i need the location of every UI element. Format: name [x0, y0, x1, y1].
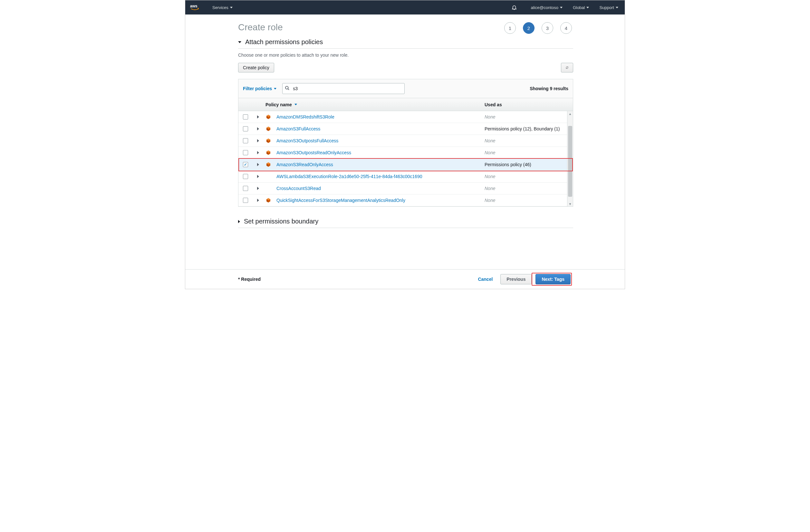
attach-subhead: Choose one or more policies to attach to…	[238, 52, 573, 57]
policy-row: AmazonDMSRedshiftS3RoleNone	[239, 111, 573, 123]
used-as-cell: None	[483, 150, 573, 155]
policy-row: AmazonS3FullAccessPermissions policy (12…	[239, 123, 573, 135]
wizard-step-4[interactable]: 4	[560, 22, 572, 34]
policy-name-link[interactable]: AmazonS3FullAccess	[276, 126, 320, 131]
policy-row: CrossAccountS3ReadNone	[239, 183, 573, 195]
policy-row: AmazonS3OutpostsReadOnlyAccessNone	[239, 147, 573, 159]
region-menu[interactable]: Global	[571, 5, 591, 10]
next-tags-button[interactable]: Next: Tags	[535, 274, 571, 284]
boundary-heading-text: Set permissions boundary	[244, 218, 318, 225]
policy-checkbox[interactable]	[243, 186, 248, 191]
policy-row: AmazonS3OutpostsFullAccessNone	[239, 135, 573, 147]
policy-checkbox[interactable]	[243, 138, 248, 143]
expand-row-icon[interactable]	[257, 115, 259, 118]
policy-row: AWSLambdaS3ExecutionRole-2a1d6e50-25f5-4…	[239, 171, 573, 183]
managed-policy-icon	[265, 126, 271, 132]
used-as-cell: None	[483, 138, 573, 143]
policy-table-body: AmazonDMSRedshiftS3RoleNoneAmazonS3FullA…	[239, 111, 573, 206]
aws-logo[interactable]: aws	[190, 3, 203, 11]
caret-down-icon	[616, 7, 618, 9]
policy-panel: Filter policies Showing 9 results	[238, 79, 573, 207]
wizard-step-3[interactable]: 3	[541, 22, 553, 34]
expand-row-icon[interactable]	[257, 139, 259, 142]
expand-row-icon[interactable]	[257, 163, 259, 166]
refresh-button[interactable]	[561, 63, 573, 72]
used-as-cell: None	[483, 198, 573, 203]
services-label: Services	[212, 5, 228, 10]
svg-point-1	[286, 86, 288, 89]
managed-policy-icon	[265, 150, 271, 155]
scroll-thumb[interactable]	[568, 126, 572, 197]
wizard-steps: 1234	[504, 22, 572, 34]
account-label: alice@contoso	[531, 5, 558, 10]
policy-checkbox[interactable]	[243, 174, 248, 179]
column-policy-name[interactable]: Policy name	[263, 102, 483, 107]
policy-checkbox[interactable]	[243, 126, 248, 131]
expand-row-icon[interactable]	[257, 175, 259, 178]
account-menu[interactable]: alice@contoso	[529, 5, 564, 10]
managed-policy-icon	[265, 197, 271, 203]
policy-row: AmazonS3ReadOnlyAccessPermissions policy…	[239, 159, 573, 171]
managed-policy-icon	[265, 114, 271, 120]
services-menu[interactable]: Services	[210, 5, 234, 10]
expand-row-icon[interactable]	[257, 187, 259, 190]
policy-checkbox[interactable]	[243, 150, 248, 155]
attach-permissions-heading[interactable]: Attach permissions policies	[238, 38, 573, 49]
caret-down-icon	[586, 7, 589, 9]
used-as-cell: None	[483, 114, 573, 119]
managed-policy-icon	[265, 162, 271, 167]
caret-down-icon	[560, 7, 563, 9]
support-menu[interactable]: Support	[597, 5, 620, 10]
caret-down-icon	[230, 7, 233, 9]
policy-name-link[interactable]: AmazonS3OutpostsFullAccess	[276, 138, 338, 143]
svg-text:aws: aws	[190, 4, 197, 9]
collapse-icon	[238, 41, 241, 43]
results-count: Showing 9 results	[530, 86, 568, 91]
used-as-cell: Permissions policy (12), Boundary (1)	[483, 126, 573, 131]
filter-label: Filter policies	[243, 86, 272, 91]
wizard-step-1[interactable]: 1	[504, 22, 516, 34]
next-button-highlight: Next: Tags	[532, 273, 572, 286]
cancel-button[interactable]: Cancel	[473, 275, 498, 284]
sort-icon	[294, 104, 297, 105]
policy-name-link[interactable]: AWSLambdaS3ExecutionRole-2a1d6e50-25f5-4…	[276, 174, 422, 179]
scrollbar[interactable]: ▲ ▼	[567, 111, 573, 206]
scroll-up-icon[interactable]: ▲	[567, 111, 573, 116]
policy-checkbox[interactable]	[243, 198, 248, 203]
policy-row: QuickSightAccessForS3StorageManagementAn…	[239, 195, 573, 206]
wizard-step-2[interactable]: 2	[523, 22, 535, 34]
expand-icon	[238, 220, 240, 223]
notifications-bell-icon[interactable]	[510, 3, 518, 12]
previous-button[interactable]: Previous	[500, 274, 532, 284]
expand-row-icon[interactable]	[257, 151, 259, 154]
expand-row-icon[interactable]	[257, 127, 259, 130]
search-icon	[285, 86, 290, 92]
filter-policies-dropdown[interactable]: Filter policies	[243, 86, 276, 91]
expand-row-icon[interactable]	[257, 199, 259, 202]
policy-name-link[interactable]: AmazonDMSRedshiftS3Role	[276, 114, 335, 119]
column-used-as[interactable]: Used as	[483, 102, 573, 107]
create-policy-button[interactable]: Create policy	[238, 63, 274, 72]
policy-name-link[interactable]: AmazonS3OutpostsReadOnlyAccess	[276, 150, 351, 155]
policy-checkbox[interactable]	[243, 114, 248, 119]
footer-bar: * Required Cancel Previous Next: Tags	[185, 269, 625, 289]
chevron-down-icon	[274, 88, 276, 89]
required-label: * Required	[238, 277, 261, 282]
policy-name-link[interactable]: AmazonS3ReadOnlyAccess	[276, 162, 333, 167]
permissions-boundary-heading[interactable]: Set permissions boundary	[238, 218, 573, 228]
policy-search-input[interactable]	[282, 83, 405, 94]
used-as-cell: Permissions policy (46)	[483, 162, 573, 167]
top-navigation: aws Services alice@contoso Global	[185, 0, 625, 15]
policy-table-header: Policy name Used as	[239, 98, 573, 111]
managed-policy-icon	[265, 138, 271, 144]
region-label: Global	[573, 5, 585, 10]
attach-heading-text: Attach permissions policies	[245, 38, 323, 46]
scroll-down-icon[interactable]: ▼	[567, 201, 573, 206]
policy-name-link[interactable]: QuickSightAccessForS3StorageManagementAn…	[276, 198, 405, 203]
used-as-cell: None	[483, 186, 573, 191]
policy-checkbox[interactable]	[243, 162, 248, 167]
used-as-cell: None	[483, 174, 573, 179]
policy-name-link[interactable]: CrossAccountS3Read	[276, 186, 321, 191]
support-label: Support	[599, 5, 614, 10]
